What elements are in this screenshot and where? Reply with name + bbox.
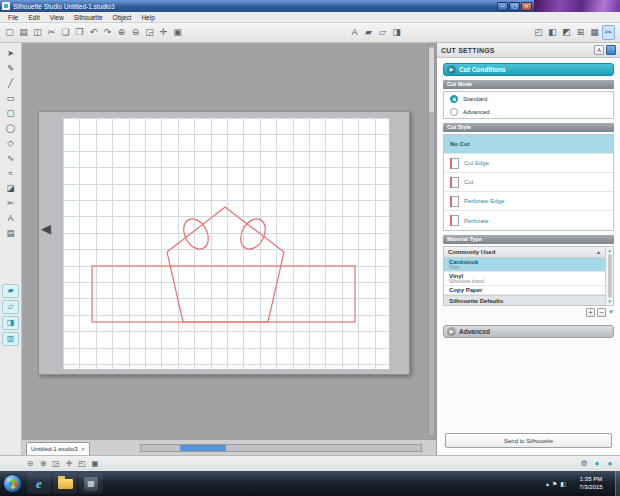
- material-vinyl[interactable]: Vinyl Silhouette brand: [444, 272, 605, 286]
- text-style-button[interactable]: A: [348, 25, 361, 40]
- fit-to-page-button[interactable]: ▣: [171, 25, 184, 40]
- internet-explorer-icon[interactable]: e: [27, 473, 51, 494]
- cut-style-cut-edge[interactable]: Cut Edge: [444, 154, 613, 173]
- edit-points-tool[interactable]: ✎: [0, 61, 21, 76]
- scroll-down-icon[interactable]: ▼: [607, 299, 611, 304]
- file-explorer-icon[interactable]: [53, 473, 77, 494]
- copy-button[interactable]: ❏: [59, 25, 72, 40]
- save-file-button[interactable]: ◫: [31, 25, 44, 40]
- fill-panel-button[interactable]: ▰: [2, 284, 19, 298]
- show-desktop-button[interactable]: [615, 471, 620, 496]
- cut-conditions-header[interactable]: ▶ Cut Conditions: [443, 63, 614, 76]
- eraser-tool[interactable]: ◪: [0, 181, 21, 196]
- scroll-up-icon[interactable]: ▲: [607, 248, 611, 253]
- canvas-horizontal-scrollbar[interactable]: [140, 444, 422, 452]
- freehand-tool[interactable]: ≈: [0, 166, 21, 181]
- line-tool[interactable]: ╱: [0, 76, 21, 91]
- advanced-section-header[interactable]: ▶ Advanced: [443, 325, 614, 338]
- new-document-button[interactable]: ▢: [3, 25, 16, 40]
- pixscan-panel-button[interactable]: ◰: [532, 25, 545, 40]
- zoom-in-button[interactable]: ⊕: [115, 25, 128, 40]
- zoom-out-button[interactable]: ⊖: [129, 25, 142, 40]
- cut-mode-standard[interactable]: Standard: [444, 92, 613, 105]
- cut-style-cut[interactable]: Cut: [444, 173, 613, 192]
- radio-standard-icon[interactable]: [450, 95, 458, 103]
- canvas-area[interactable]: ◀ Untitled-1.studio3 ✕: [22, 43, 436, 455]
- open-file-button[interactable]: ▤: [17, 25, 30, 40]
- menu-view[interactable]: View: [45, 14, 69, 21]
- add-material-button[interactable]: +: [586, 308, 595, 317]
- drag-zoom-tool[interactable]: ◲: [50, 457, 62, 470]
- material-scrollbar-thumb[interactable]: [608, 254, 612, 298]
- trace-panel-button[interactable]: ◧: [546, 25, 559, 40]
- zoom-in-tool[interactable]: ⊕: [37, 457, 49, 470]
- document-tab[interactable]: Untitled-1.studio3 ✕: [26, 442, 90, 455]
- zoom-out-tool[interactable]: ⊖: [24, 457, 36, 470]
- modify-panel-button[interactable]: ⊞: [574, 25, 587, 40]
- menu-file[interactable]: File: [3, 14, 23, 21]
- curve-tool[interactable]: ∿: [0, 151, 21, 166]
- rounded-rectangle-tool[interactable]: ▢: [0, 106, 21, 121]
- material-scrollbar[interactable]: ▲ ▼: [605, 247, 613, 305]
- polygon-tool[interactable]: ◇: [0, 136, 21, 151]
- cut-mode-advanced[interactable]: Advanced: [444, 105, 613, 118]
- library-panel-button[interactable]: ▥: [2, 332, 19, 346]
- media-app-icon[interactable]: ▦: [79, 473, 103, 494]
- line-panel-button[interactable]: ▱: [2, 300, 19, 314]
- tray-action-center-icon[interactable]: ⚑: [552, 480, 557, 487]
- effects-panel-button[interactable]: ◨: [2, 316, 19, 330]
- menu-object[interactable]: Object: [108, 14, 137, 21]
- close-button[interactable]: ✕: [521, 2, 532, 11]
- design-shapes[interactable]: [62, 117, 390, 370]
- rectangle-tool[interactable]: ▭: [0, 91, 21, 106]
- redo-button[interactable]: ↷: [101, 25, 114, 40]
- drag-zoom-button[interactable]: ◲: [143, 25, 156, 40]
- pin-panel-button[interactable]: [606, 45, 616, 55]
- font-size-button[interactable]: A: [594, 45, 604, 55]
- ellipse-tool[interactable]: ◯: [0, 121, 21, 136]
- right-ellipse-shape[interactable]: [236, 215, 270, 254]
- collapse-arrow-icon[interactable]: ▲: [596, 249, 601, 255]
- menu-help[interactable]: Help: [136, 14, 159, 21]
- help-button[interactable]: ●: [604, 457, 616, 470]
- notes-tool[interactable]: ▤: [0, 226, 21, 241]
- send-to-silhouette-button[interactable]: Send to Silhouette: [445, 433, 612, 448]
- minimize-button[interactable]: ─: [497, 2, 508, 11]
- select-tool[interactable]: ➤: [0, 46, 21, 61]
- maximize-button[interactable]: ▢: [509, 2, 520, 11]
- silhouette-defaults-row[interactable]: Silhouette Defaults: [444, 295, 605, 305]
- menu-edit[interactable]: Edit: [23, 14, 44, 21]
- pan-button[interactable]: ✛: [157, 25, 170, 40]
- pan-tool[interactable]: ✛: [63, 457, 75, 470]
- rectangle-shape[interactable]: [92, 266, 355, 322]
- zoom-selection-tool[interactable]: ◰: [76, 457, 88, 470]
- taskbar-clock[interactable]: 1:35 PM 7/3/2015: [570, 475, 612, 491]
- paste-button[interactable]: ❐: [73, 25, 86, 40]
- cut-button[interactable]: ✂: [45, 25, 58, 40]
- document-tab-close-icon[interactable]: ✕: [81, 446, 85, 452]
- fit-to-page-tool[interactable]: ▣: [89, 457, 101, 470]
- canvas-vertical-scrollbar[interactable]: [428, 45, 435, 436]
- emboss-panel-button[interactable]: ▦: [588, 25, 601, 40]
- cut-style-perforate-edge[interactable]: Perforate Edge: [444, 192, 613, 211]
- horizontal-scrollbar-thumb[interactable]: [180, 445, 226, 451]
- fill-color-button[interactable]: ▰: [362, 25, 375, 40]
- start-button[interactable]: [3, 474, 22, 493]
- radio-advanced-icon[interactable]: [450, 108, 458, 116]
- tray-show-hidden-icon[interactable]: ▴: [546, 480, 549, 487]
- cut-style-no-cut[interactable]: No Cut: [444, 135, 613, 154]
- remove-material-button[interactable]: −: [597, 308, 606, 317]
- offset-panel-button[interactable]: ◩: [560, 25, 573, 40]
- menu-silhouette[interactable]: Silhouette: [69, 14, 108, 21]
- tray-network-icon[interactable]: ◧: [560, 480, 566, 487]
- theme-button[interactable]: ●: [591, 457, 603, 470]
- material-dropdown-caret-icon[interactable]: ▼: [608, 308, 614, 317]
- material-cardstock[interactable]: Cardstock Plain: [444, 258, 605, 272]
- undo-button[interactable]: ↶: [87, 25, 100, 40]
- material-group-header[interactable]: Commonly Used ▲: [444, 247, 605, 258]
- vertical-scrollbar-thumb[interactable]: [429, 48, 434, 112]
- cut-style-perforate[interactable]: Perforate: [444, 211, 613, 230]
- text-tool[interactable]: A: [0, 211, 21, 226]
- cut-settings-panel-button[interactable]: ✂: [602, 25, 615, 40]
- knife-tool[interactable]: ✂: [0, 196, 21, 211]
